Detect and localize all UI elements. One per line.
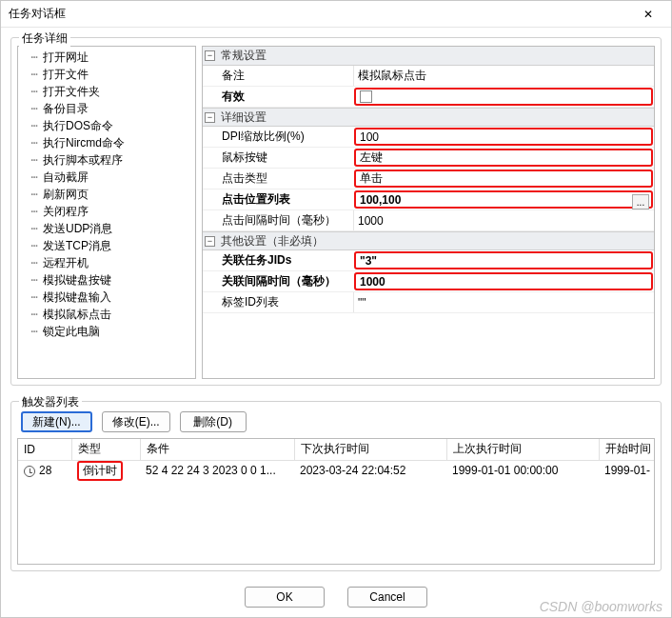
prop-value-clicktype[interactable]: 单击 — [354, 169, 653, 188]
prop-label-gap: 关联间隔时间（毫秒） — [203, 271, 353, 291]
prop-value-gap[interactable]: 1000 — [354, 272, 653, 290]
tree-item[interactable]: ⋯自动截屏 — [18, 169, 195, 186]
tree-connector-icon: ⋯ — [28, 239, 41, 252]
tree-item[interactable]: ⋯打开网址 — [18, 49, 195, 66]
prop-value-enabled[interactable] — [354, 88, 653, 106]
col-last[interactable]: 上次执行时间 — [446, 439, 599, 460]
cancel-button[interactable]: Cancel — [347, 587, 427, 608]
tree-connector-icon: ⋯ — [28, 188, 41, 201]
collapse-icon[interactable]: − — [205, 236, 215, 247]
checkbox-icon[interactable] — [360, 90, 372, 103]
cell-type: 倒计时 — [71, 460, 140, 481]
ok-button[interactable]: OK — [245, 587, 325, 608]
prop-group-detail[interactable]: − 详细设置 — [203, 108, 654, 127]
cell-id: 28 — [18, 460, 71, 481]
action-type-tree[interactable]: ⋯打开网址 ⋯打开文件 ⋯打开文件夹 ⋯备份目录 ⋯执行DOS命令 ⋯执行Nir… — [17, 46, 196, 379]
triggers-group: 触发器列表 新建(N)... 修改(E)... 删除(D) ID 类型 条件 下… — [10, 401, 662, 571]
prop-group-general[interactable]: − 常规设置 — [203, 47, 654, 66]
triggers-legend: 触发器列表 — [19, 394, 82, 410]
tree-item[interactable]: ⋯模拟鼠标点击 — [18, 306, 195, 323]
prop-label-enabled: 有效 — [203, 87, 353, 107]
close-button[interactable]: ✕ — [633, 5, 663, 24]
prop-label-tabids: 标签ID列表 — [203, 292, 353, 312]
titlebar: 任务对话框 ✕ — [1, 1, 671, 28]
tree-item[interactable]: ⋯执行脚本或程序 — [18, 151, 195, 169]
tree-item[interactable]: ⋯远程开机 — [18, 254, 195, 271]
tree-item[interactable]: ⋯执行Nircmd命令 — [18, 134, 195, 151]
prop-label-positions: 点击位置列表 — [203, 189, 353, 209]
prop-value-clickinterval[interactable]: 1000 — [353, 210, 654, 230]
tree-item[interactable]: ⋯关闭程序 — [18, 203, 195, 220]
cell-last: 1999-01-01 00:00:00 — [446, 460, 599, 481]
clock-icon — [24, 466, 35, 477]
window-title: 任务对话框 — [9, 6, 633, 22]
cell-start: 1999-01- — [599, 460, 655, 481]
trigger-header-row: ID 类型 条件 下次执行时间 上次执行时间 开始时间 — [18, 439, 655, 460]
tree-item[interactable]: ⋯发送TCP消息 — [18, 237, 195, 254]
dialog-footer: OK Cancel — [1, 577, 671, 617]
tree-item[interactable]: ⋯锁定此电脑 — [18, 323, 195, 340]
tree-connector-icon: ⋯ — [28, 153, 41, 167]
collapse-icon[interactable]: − — [205, 50, 215, 61]
trigger-row[interactable]: 28 倒计时 52 4 22 24 3 2023 0 0 1... 2023-0… — [18, 460, 655, 481]
tree-item[interactable]: ⋯模拟键盘按键 — [18, 271, 195, 289]
prop-label-clickinterval: 点击间隔时间（毫秒） — [203, 210, 353, 230]
tree-connector-icon: ⋯ — [28, 256, 41, 269]
tree-item[interactable]: ⋯备份目录 — [18, 100, 195, 117]
prop-label-mousebtn: 鼠标按键 — [203, 148, 353, 168]
type-highlight: 倒计时 — [77, 461, 123, 481]
tree-connector-icon: ⋯ — [28, 222, 41, 235]
prop-label-dpi: DPI缩放比例(%) — [203, 127, 353, 147]
tree-connector-icon: ⋯ — [28, 308, 41, 321]
col-id[interactable]: ID — [18, 439, 71, 460]
task-details-group: 任务详细 ⋯打开网址 ⋯打开文件 ⋯打开文件夹 ⋯备份目录 ⋯执行DOS命令 ⋯… — [10, 37, 662, 386]
col-type[interactable]: 类型 — [71, 439, 140, 460]
prop-value-tabids[interactable]: "" — [353, 292, 654, 312]
tree-connector-icon: ⋯ — [28, 290, 41, 304]
tree-connector-icon: ⋯ — [28, 85, 41, 98]
tree-connector-icon: ⋯ — [28, 273, 41, 287]
close-icon: ✕ — [643, 8, 653, 21]
collapse-icon[interactable]: − — [205, 112, 215, 123]
tree-connector-icon: ⋯ — [28, 205, 41, 218]
tree-connector-icon: ⋯ — [28, 325, 41, 338]
prop-value-positions[interactable]: 100,100 ... — [354, 190, 653, 209]
task-details-legend: 任务详细 — [19, 30, 70, 47]
prop-label-clicktype: 点击类型 — [203, 169, 353, 189]
tree-connector-icon: ⋯ — [28, 50, 41, 64]
tree-item[interactable]: ⋯打开文件 — [18, 66, 195, 83]
prop-value-jids[interactable]: "3" — [354, 251, 653, 269]
prop-value-mousebtn[interactable]: 左键 — [354, 149, 653, 167]
delete-trigger-button[interactable]: 删除(D) — [180, 411, 247, 432]
col-cond[interactable]: 条件 — [140, 439, 294, 460]
new-trigger-button[interactable]: 新建(N)... — [21, 411, 92, 432]
tree-connector-icon: ⋯ — [28, 68, 41, 81]
prop-label-jids: 关联任务JIDs — [203, 250, 353, 270]
tree-item[interactable]: ⋯发送UDP消息 — [18, 220, 195, 237]
tree-connector-icon: ⋯ — [28, 136, 41, 150]
trigger-table-wrap[interactable]: ID 类型 条件 下次执行时间 上次执行时间 开始时间 28 倒计 — [17, 438, 655, 565]
prop-value-dpi[interactable]: 100 — [354, 128, 653, 146]
prop-group-title: 常规设置 — [221, 48, 267, 64]
edit-positions-button[interactable]: ... — [632, 194, 649, 209]
col-next[interactable]: 下次执行时间 — [294, 439, 446, 460]
tree-connector-icon: ⋯ — [28, 119, 41, 132]
prop-group-other[interactable]: − 其他设置（非必填） — [203, 231, 654, 250]
tree-item[interactable]: ⋯打开文件夹 — [18, 83, 195, 100]
tree-connector-icon: ⋯ — [28, 102, 41, 115]
trigger-table: ID 类型 条件 下次执行时间 上次执行时间 开始时间 28 倒计 — [18, 439, 655, 481]
tree-connector-icon: ⋯ — [28, 170, 41, 184]
tree-item[interactable]: ⋯刷新网页 — [18, 186, 195, 203]
prop-group-title: 详细设置 — [221, 110, 267, 126]
col-start[interactable]: 开始时间 — [599, 439, 655, 460]
edit-trigger-button[interactable]: 修改(E)... — [102, 411, 170, 432]
tree-item[interactable]: ⋯模拟键盘输入 — [18, 289, 195, 306]
tree-item[interactable]: ⋯执行DOS命令 — [18, 117, 195, 134]
prop-group-title: 其他设置（非必填） — [221, 233, 324, 249]
prop-value-remark[interactable]: 模拟鼠标点击 — [353, 66, 654, 86]
prop-label-remark: 备注 — [203, 66, 353, 86]
task-dialog: 任务对话框 ✕ 任务详细 ⋯打开网址 ⋯打开文件 ⋯打开文件夹 ⋯备份目录 ⋯执… — [0, 0, 672, 618]
cell-cond: 52 4 22 24 3 2023 0 0 1... — [140, 460, 294, 481]
cell-next: 2023-03-24 22:04:52 — [294, 460, 446, 481]
property-grid: − 常规设置 备注 模拟鼠标点击 有效 − 详细设置 — [202, 46, 655, 379]
